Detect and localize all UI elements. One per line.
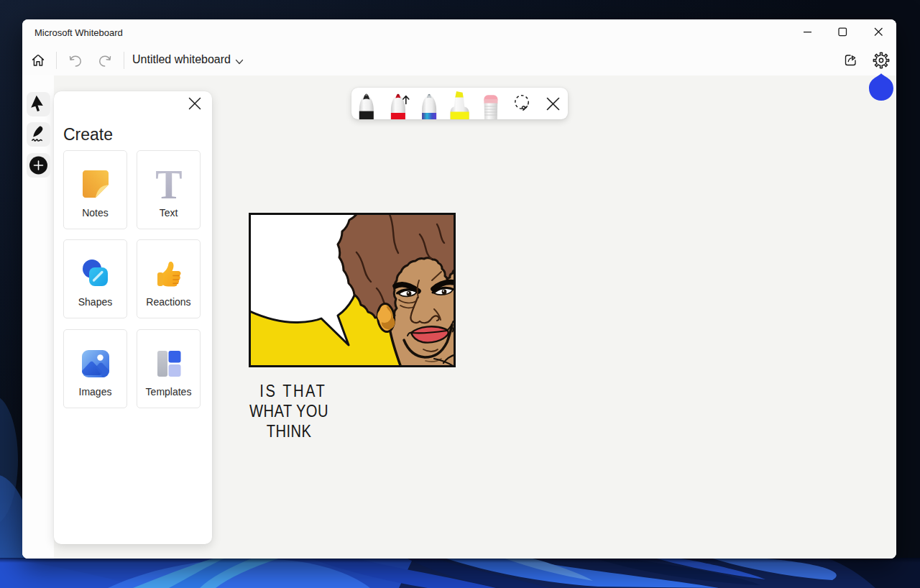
svg-text:T: T — [155, 169, 182, 201]
